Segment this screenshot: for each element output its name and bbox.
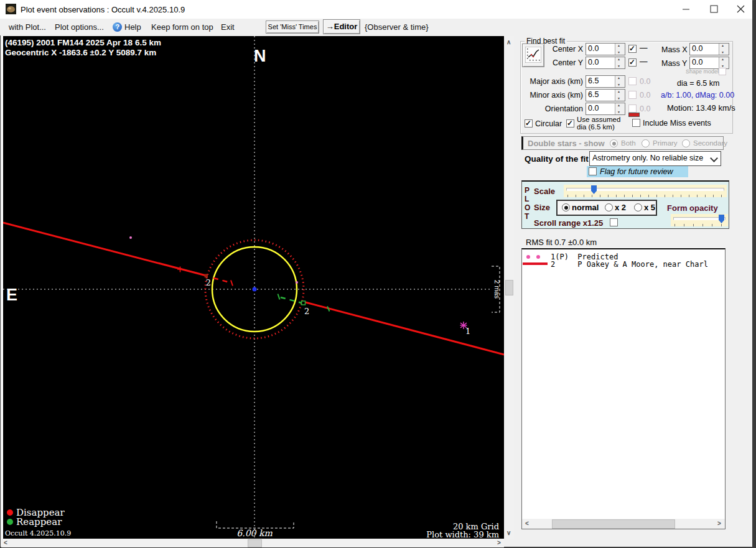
double-stars-label: Double stars - show: [528, 139, 605, 148]
plot-area[interactable]: 2 2 1 (46195) 2001 FM144 2025 Apr 18 6.5…: [2, 36, 505, 539]
slider-ticks: [674, 224, 727, 226]
observation-row-2[interactable]: 2 P Oakey & A Moore, near Charl: [551, 260, 726, 269]
scale-bar-label: 6.00 km: [236, 528, 273, 538]
east-label: E: [6, 286, 17, 304]
chord-line-right: [306, 302, 504, 355]
scale-label: Scale: [534, 187, 555, 196]
listbox-scroll-thumb[interactable]: [552, 519, 675, 529]
center-y-spinner[interactable]: 0.0: [586, 57, 625, 69]
plot-header-line1: (46195) 2001 FM144 2025 Apr 18 6.5 km: [5, 38, 161, 47]
editor-button[interactable]: →Editor: [323, 19, 360, 34]
window-title: Plot event observations : Occult v.4.202…: [21, 5, 185, 14]
scroll-right-icon[interactable]: >: [717, 521, 721, 527]
plot-letter-t: T: [525, 212, 529, 221]
disappear-marker: [205, 274, 208, 278]
mass-x-spinner[interactable]: 0.0: [689, 43, 729, 55]
scroll-down-icon[interactable]: ∨: [506, 530, 511, 536]
mass-y-value: 0.0: [692, 58, 702, 67]
orientation-label: Orientation: [526, 104, 583, 113]
spinner-arrows-icon[interactable]: [615, 76, 625, 87]
circular-checkbox[interactable]: [525, 119, 533, 128]
spinner-arrows-icon[interactable]: [719, 57, 729, 68]
menu-with-plot[interactable]: with Plot...: [9, 22, 46, 32]
spinner-arrows-icon[interactable]: [615, 57, 625, 68]
shape-model-checkbox[interactable]: [719, 68, 726, 75]
double-both-radio[interactable]: [610, 139, 618, 147]
predicted-dot-icon: [526, 255, 530, 259]
major-axis-checkbox[interactable]: [628, 77, 637, 85]
quality-value: Astrometry only. No reliable size: [592, 154, 703, 162]
menu-keep-on-top[interactable]: Keep form on top: [151, 22, 213, 32]
form-opacity-slider[interactable]: [671, 214, 728, 226]
circular-label: Circular: [535, 119, 562, 128]
center-y-checkbox[interactable]: [628, 58, 637, 67]
scroll-up-icon[interactable]: ∧: [506, 39, 511, 45]
menu-bar: with Plot... Plot options... Help Keep f…: [0, 19, 752, 35]
plot-vertical-scrollbar[interactable]: ∧ ∨: [504, 36, 514, 539]
double-primary-radio[interactable]: [642, 139, 650, 147]
chord-right-number: 2: [304, 307, 309, 316]
plot-horizontal-scrollbar[interactable]: < >: [1, 539, 504, 547]
scale-slider[interactable]: [564, 185, 727, 197]
scroll-left-icon[interactable]: <: [4, 540, 7, 546]
chord-line-icon: [523, 262, 548, 265]
north-label: N: [254, 47, 266, 65]
size-x2-label: x 2: [615, 203, 626, 212]
scroll-range-checkbox[interactable]: [610, 218, 618, 226]
menu-exit[interactable]: Exit: [221, 22, 235, 32]
center-x-checkbox[interactable]: [628, 45, 637, 53]
maximize-button[interactable]: [700, 0, 728, 19]
center-x-spinner[interactable]: 0.0: [586, 43, 625, 55]
scroll-range-label: Scroll range x1.25: [534, 218, 603, 228]
mass-y-spinner[interactable]: 0.0: [689, 57, 729, 69]
orientation-spinner[interactable]: 0.0: [586, 103, 625, 115]
spinner-arrows-icon[interactable]: [615, 103, 625, 114]
slider-ticks: [567, 195, 726, 197]
predicted-dot-2: [296, 281, 298, 284]
quality-select[interactable]: Astrometry only. No reliable size: [589, 151, 721, 166]
observations-listbox[interactable]: 1(P) Predicted 2 P Oakey & A Moore, near…: [521, 248, 726, 529]
help-icon[interactable]: [113, 22, 122, 32]
spinner-arrows-icon[interactable]: [719, 44, 729, 55]
form-opacity-thumb[interactable]: [719, 215, 724, 223]
size-label: Size: [534, 203, 550, 212]
plot-letter-p: P: [525, 186, 530, 195]
orientation-checkbox[interactable]: [628, 104, 637, 113]
close-button[interactable]: [728, 0, 756, 19]
minor-axis-spinner[interactable]: 6.5: [586, 89, 625, 101]
assumed-dia-label: Use assumed dia (6.5 km): [577, 116, 624, 131]
include-miss-checkbox[interactable]: [632, 119, 640, 127]
flag-checkbox[interactable]: [589, 167, 597, 175]
dia-text: dia = 6.5 km: [677, 79, 719, 88]
size-x2-radio[interactable]: [605, 203, 613, 211]
spinner-arrows-icon[interactable]: [615, 44, 625, 55]
form-opacity-label: Form opacity: [667, 203, 718, 213]
predicted-dot-icon: [536, 255, 540, 259]
vertical-scroll-thumb[interactable]: [505, 280, 513, 295]
center-y-label: Center Y: [535, 58, 583, 67]
center-y-dash: —: [640, 57, 648, 66]
menu-help[interactable]: Help: [124, 22, 141, 32]
major-axis-spinner[interactable]: 6.5: [586, 75, 625, 88]
size-x5-radio[interactable]: [634, 203, 642, 211]
observer-time-label: {Observer & time}: [365, 22, 429, 32]
minor-axis-aux: 0.0: [640, 91, 650, 100]
minor-axis-checkbox[interactable]: [628, 91, 637, 99]
scroll-left-icon[interactable]: <: [525, 521, 529, 527]
double-primary-label: Primary: [653, 139, 678, 147]
minor-axis-value: 6.5: [588, 90, 599, 99]
size-normal-radio[interactable]: [562, 203, 570, 211]
listbox-horizontal-scrollbar[interactable]: < >: [522, 519, 725, 529]
scroll-right-icon[interactable]: >: [497, 540, 501, 546]
assumed-dia-checkbox[interactable]: [566, 119, 574, 128]
chord-left-number: 2: [206, 278, 211, 287]
size-normal-label: normal: [572, 203, 599, 212]
major-axis-aux: 0.0: [640, 77, 650, 86]
horizontal-scroll-thumb[interactable]: [248, 539, 262, 547]
set-miss-times-button[interactable]: Set 'Miss' Times: [266, 21, 319, 34]
menu-plot-options[interactable]: Plot options...: [55, 22, 104, 32]
scale-slider-thumb[interactable]: [591, 185, 597, 194]
spinner-arrows-icon[interactable]: [615, 90, 625, 101]
double-secondary-radio[interactable]: [682, 139, 690, 147]
minimize-button[interactable]: [672, 0, 700, 19]
